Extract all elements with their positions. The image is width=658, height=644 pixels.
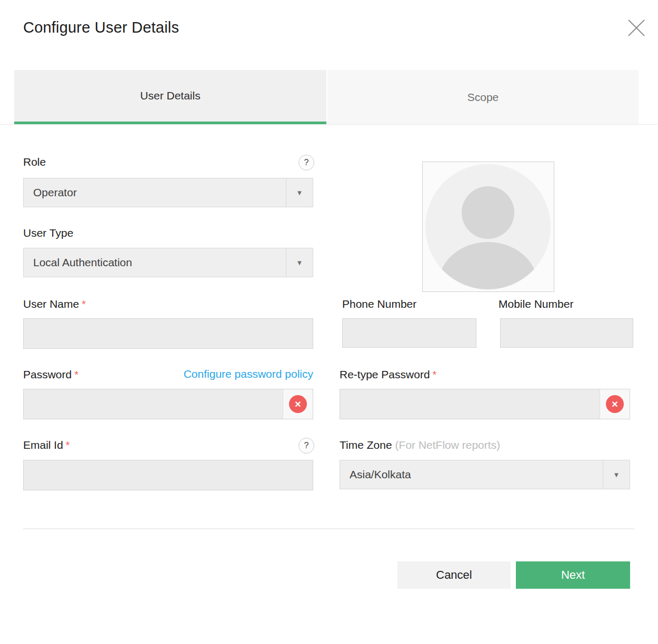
cancel-button[interactable]: Cancel: [397, 561, 511, 589]
configure-user-details-dialog: Configure User Details User Details Scop…: [0, 0, 658, 644]
time-zone-select-value: Asia/Kolkata: [340, 460, 603, 489]
user-name-input[interactable]: [23, 318, 313, 349]
time-zone-hint: (For NetFlow reports): [395, 439, 501, 451]
page-title: Configure User Details: [23, 19, 179, 36]
email-input[interactable]: [23, 460, 313, 490]
chevron-down-icon: ▼: [286, 178, 313, 207]
user-type-select[interactable]: Local Authentication ▼: [23, 248, 313, 277]
next-button[interactable]: Next: [516, 561, 630, 589]
required-asterisk: *: [66, 439, 70, 451]
time-zone-select[interactable]: Asia/Kolkata ▼: [340, 460, 630, 489]
mobile-number-label: Mobile Number: [499, 298, 573, 310]
user-silhouette-icon: [423, 162, 554, 291]
tab-scope-label: Scope: [467, 91, 499, 104]
chevron-down-icon: ▼: [286, 248, 313, 277]
role-select[interactable]: Operator ▼: [23, 178, 313, 207]
chevron-down-icon: ▼: [603, 460, 630, 489]
password-clear-button[interactable]: ✕: [283, 389, 313, 419]
retype-password-field: ✕: [340, 389, 630, 419]
retype-password-clear-button[interactable]: ✕: [600, 389, 630, 419]
user-name-label: User Name*: [23, 298, 86, 310]
footer-divider: [23, 528, 634, 529]
password-field: ✕: [23, 389, 313, 419]
email-label: Email Id*: [23, 439, 70, 451]
phone-number-input[interactable]: [342, 318, 476, 348]
help-icon[interactable]: ?: [298, 438, 314, 454]
user-type-select-value: Local Authentication: [24, 248, 286, 277]
tab-user-details-label: User Details: [140, 89, 200, 102]
required-asterisk: *: [74, 369, 78, 380]
retype-password-label: Re-type Password*: [340, 368, 436, 381]
password-input[interactable]: [24, 389, 283, 419]
close-icon[interactable]: [626, 18, 646, 38]
retype-password-input[interactable]: [340, 389, 600, 419]
time-zone-label: Time Zone(For NetFlow reports): [340, 439, 500, 451]
avatar: [422, 162, 554, 292]
role-label: Role: [23, 156, 46, 168]
phone-number-label: Phone Number: [342, 298, 416, 310]
tabbar-divider: [0, 124, 658, 125]
mobile-number-input[interactable]: [500, 318, 633, 348]
required-asterisk: *: [433, 369, 437, 380]
user-type-label: User Type: [23, 227, 73, 239]
clear-x-icon: ✕: [289, 395, 307, 413]
password-label: Password*: [23, 368, 78, 381]
clear-x-icon: ✕: [606, 395, 624, 413]
role-select-value: Operator: [24, 178, 286, 207]
tab-scope[interactable]: Scope: [327, 70, 639, 125]
configure-password-policy-link[interactable]: Configure password policy: [184, 368, 313, 380]
help-icon[interactable]: ?: [298, 155, 314, 170]
required-asterisk: *: [82, 298, 86, 310]
tab-user-details[interactable]: User Details: [14, 70, 326, 125]
